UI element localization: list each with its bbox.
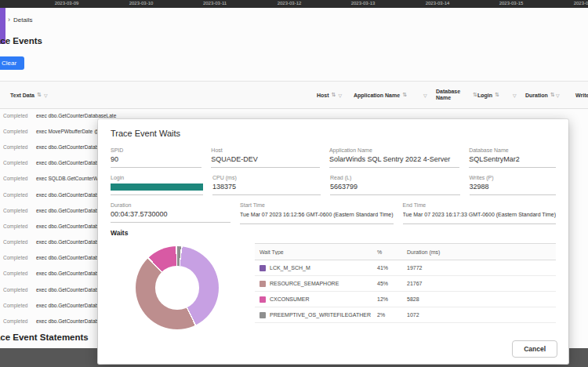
wait-type-cell: CXCONSUMER (255, 296, 377, 303)
field-label: Database Name (469, 147, 556, 153)
row-status: Completed (3, 303, 36, 308)
timeline-date: 2023-03-10 (129, 1, 154, 5)
wait-type-label: PREEMPTIVE_OS_WRITEFILEGATHER (270, 312, 371, 318)
field-value: 138375 (212, 183, 321, 195)
column-filter-duration[interactable]: ▽ (556, 82, 560, 108)
timeline-date-bar: 2023-03-09 2023-03-10 2023-03-11 2023-03… (0, 0, 588, 8)
modal-title: Trace Event Waits (111, 129, 556, 138)
row-status: Completed (3, 208, 36, 213)
field-value: SQUADE-DEV (211, 155, 320, 168)
field-application-name: Application Name SolarWinds SQL Sentry 2… (329, 147, 459, 168)
wait-duration: 21767 (407, 281, 556, 286)
wait-type-cell: RESOURCE_SEMAPHORE (255, 281, 377, 287)
field-value: Tue Mar 07 2023 16:12:56 GMT-0600 (Easte… (240, 210, 393, 224)
field-value: 00:04:37.5730000 (111, 210, 230, 223)
column-header-database-name[interactable]: Database Name ⇅ ▽ (436, 82, 484, 108)
sort-icon[interactable]: ⇅ (473, 92, 477, 98)
column-header-text-data[interactable]: Text Data ⇅ ▽ (10, 82, 48, 108)
field-end-time: End Time Tue Mar 07 2023 16:17:33 GMT-06… (403, 202, 556, 224)
timeline-date: 2023-03-11 (203, 1, 227, 5)
row-status: Completed (3, 144, 36, 150)
field-label: Read (L) (330, 175, 460, 180)
sort-icon[interactable]: ⇅ (495, 92, 499, 98)
field-start-time: Start Time Tue Mar 07 2023 16:12:56 GMT-… (240, 202, 393, 224)
sort-icon[interactable]: ⇅ (37, 92, 42, 98)
timeline-date: 2023-03-14 (426, 1, 450, 5)
filter-icon[interactable]: ▽ (44, 93, 48, 98)
wait-row: RESOURCE_SEMAPHORE 45% 21767 (255, 276, 556, 292)
clear-button[interactable]: Clear (0, 56, 24, 70)
wait-duration: 1072 (407, 312, 556, 318)
row-status: Completed (3, 192, 36, 198)
column-label: Host (317, 93, 329, 98)
wait-color-swatch (260, 265, 266, 271)
field-login: Login (111, 175, 203, 195)
details-toggle[interactable]: › Details (8, 16, 32, 24)
waits-donut-chart (136, 246, 219, 329)
wait-row: LCK_M_SCH_M 41% 19772 (255, 260, 556, 276)
column-header-host[interactable]: Host ⇅ ▽ (317, 82, 342, 108)
filter-icon[interactable]: ▽ (338, 93, 342, 98)
field-value: SolarWinds SQL Sentry 2022 4-Server (329, 155, 459, 168)
wait-type-cell: LCK_M_SCH_M (255, 265, 377, 271)
trace-event-statements-title: Trace Event Statements (0, 332, 89, 342)
filter-icon[interactable]: ▽ (556, 93, 560, 98)
row-status: Completed (3, 287, 36, 293)
row-status: Completed (3, 129, 36, 134)
row-text: exec dbo.GetCounterDatabaseLate (36, 113, 116, 118)
column-header-application-name[interactable]: Application Name ⇅ (354, 82, 407, 108)
waits-table: Wait Type % Duration (ms) LCK_M_SCH_M 41… (255, 243, 556, 329)
wait-type-label: LCK_M_SCH_M (270, 265, 310, 271)
column-header-duration[interactable]: Duration ⇅ (525, 82, 555, 108)
wait-row: PREEMPTIVE_OS_WRITEFILEGATHER 2% 1072 (255, 307, 556, 323)
field-label: CPU (ms) (212, 175, 321, 180)
wait-type-cell: PREEMPTIVE_OS_WRITEFILEGATHER (255, 312, 377, 318)
cancel-button[interactable]: Cancel (512, 340, 557, 358)
column-filter-login[interactable]: ▽ (513, 82, 517, 108)
field-label: SPID (111, 147, 201, 153)
wait-percent: 45% (377, 281, 407, 286)
waits-col-duration: Duration (ms) (407, 249, 556, 255)
field-spid: SPID 90 (111, 147, 201, 168)
wait-percent: 2% (377, 312, 407, 318)
wait-color-swatch (260, 281, 266, 287)
filter-icon[interactable]: ▽ (513, 93, 517, 98)
chevron-right-icon: › (8, 16, 10, 24)
wait-percent: 41% (377, 265, 407, 271)
wait-color-swatch (260, 312, 266, 318)
column-label: Database Name (436, 89, 470, 102)
waits-col-percent: % (377, 249, 407, 255)
waits-donut-wrap (111, 243, 244, 329)
row-status: Completed (3, 239, 36, 245)
row-status: Completed (3, 223, 36, 229)
field-value: SQLSentryMar2 (469, 155, 556, 168)
column-header-login[interactable]: Login ⇅ (477, 82, 499, 108)
field-label: Host (211, 147, 320, 153)
field-read-l: Read (L) 5663799 (330, 175, 460, 195)
waits-col-type: Wait Type (255, 249, 377, 255)
column-header-writes[interactable]: Writes ⇅ (575, 82, 588, 108)
field-label: Application Name (329, 147, 459, 153)
wait-type-label: CXCONSUMER (270, 296, 310, 302)
waits-table-header: Wait Type % Duration (ms) (255, 243, 556, 260)
row-status: Completed (3, 318, 36, 324)
field-label: End Time (403, 202, 556, 208)
timeline-date: 2023-03-13 (351, 1, 376, 5)
filter-icon[interactable]: ▽ (423, 93, 427, 98)
waits-section: Wait Type % Duration (ms) LCK_M_SCH_M 41… (111, 243, 556, 329)
row-status: Completed (3, 176, 36, 181)
app-root: 2023-03-09 2023-03-10 2023-03-11 2023-03… (0, 0, 588, 367)
sort-icon[interactable]: ⇅ (550, 92, 555, 98)
sort-icon[interactable]: ⇅ (402, 92, 407, 98)
field-label: Login (111, 175, 203, 180)
field-value (111, 183, 203, 195)
field-database-name: Database Name SQLSentryMar2 (469, 147, 556, 168)
sort-icon[interactable]: ⇅ (332, 92, 336, 98)
column-filter-application-name[interactable]: ▽ (423, 82, 427, 108)
field-label: Start Time (240, 202, 393, 208)
wait-percent: 12% (377, 296, 407, 302)
login-redaction (111, 184, 203, 191)
column-label: Login (477, 93, 492, 98)
column-label: Text Data (10, 93, 34, 98)
timeline-date: 2023-03-15 (499, 1, 524, 5)
